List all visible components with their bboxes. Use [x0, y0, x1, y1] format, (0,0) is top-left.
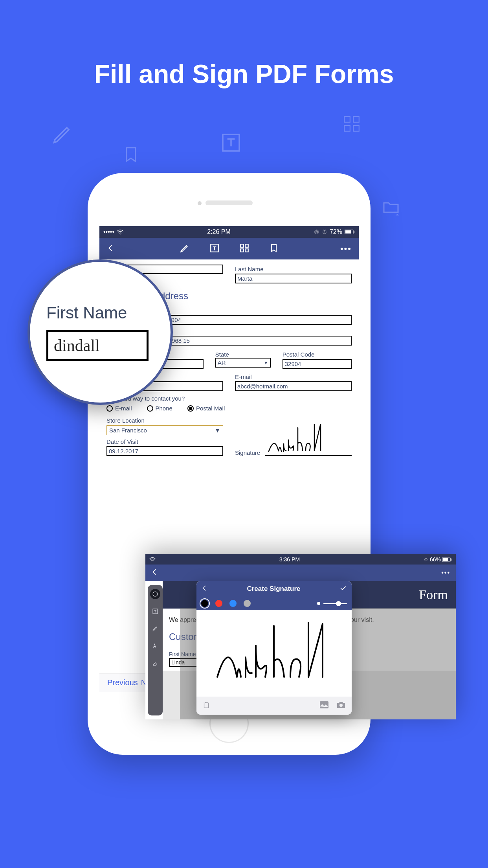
radio-email[interactable]: E-mail	[106, 405, 132, 412]
signature-label: Signature	[235, 449, 260, 456]
camera-icon[interactable]	[336, 701, 346, 710]
signal-dots: •••••	[103, 228, 114, 235]
back-button[interactable]	[106, 244, 122, 254]
tool-rail	[148, 585, 163, 715]
svg-rect-15	[245, 249, 248, 252]
overlay-battery-pct: 66%	[430, 556, 441, 563]
svg-point-5	[120, 234, 121, 235]
thickness-slider[interactable]	[317, 602, 347, 605]
color-black[interactable]	[201, 600, 208, 607]
svg-rect-22	[320, 701, 328, 708]
color-red[interactable]	[215, 600, 222, 607]
radio-phone[interactable]: Phone	[147, 405, 172, 412]
sig-panel-confirm-button[interactable]	[339, 584, 347, 594]
radio-postal[interactable]: Postal Mail	[187, 405, 225, 412]
overlay-status-bar: 3:36 PM 66%	[145, 554, 456, 565]
color-picker-bar	[196, 597, 352, 610]
rail-select-tool[interactable]	[150, 589, 160, 599]
overlay-toolbar: •••	[145, 565, 456, 581]
bookmark-bg-icon	[122, 145, 140, 164]
color-blue[interactable]	[229, 600, 237, 607]
email-field[interactable]: abcd@hotmail.com	[235, 381, 352, 391]
svg-rect-1	[344, 116, 350, 122]
rail-text-tool[interactable]	[150, 606, 160, 616]
dov-field[interactable]: 09.12.2017	[106, 446, 223, 456]
signature-glyph	[265, 424, 343, 457]
overlay-more-button[interactable]: •••	[441, 569, 450, 576]
phone-speaker	[205, 200, 253, 205]
battery-icon	[345, 230, 355, 234]
svg-point-20	[153, 592, 158, 596]
rail-pen-tool[interactable]	[150, 623, 160, 634]
store-select[interactable]: San Francisco▼	[106, 425, 223, 435]
svg-point-23	[339, 704, 343, 707]
kb-previous-button[interactable]: Previous	[107, 678, 138, 687]
rail-eraser-tool[interactable]	[150, 658, 160, 668]
magnified-label: First Name	[46, 303, 171, 322]
battery-pct: 72%	[330, 228, 342, 235]
thumbnail-grid-icon[interactable]	[239, 243, 250, 255]
app-toolbar: •••	[99, 238, 359, 259]
grid-bg-icon	[342, 114, 361, 134]
magnified-field[interactable]: dindall	[46, 330, 149, 361]
svg-rect-13	[245, 244, 248, 247]
delete-signature-button[interactable]	[202, 701, 211, 711]
state-label: State	[215, 351, 271, 358]
postal-label: Postal Code	[283, 351, 352, 358]
orientation-lock-icon	[314, 229, 319, 235]
svg-rect-12	[240, 244, 244, 247]
alarm-icon	[424, 557, 428, 562]
overlay-back-button[interactable]	[151, 568, 159, 577]
folder-bg-icon	[381, 200, 401, 215]
wifi-icon	[149, 557, 156, 562]
alarm-icon	[322, 229, 327, 235]
last-name-label: Last Name	[235, 266, 352, 272]
overlay-time: 3:36 PM	[156, 556, 424, 563]
signature-field[interactable]	[265, 425, 352, 456]
sig-panel-back-button[interactable]	[201, 585, 208, 594]
dov-label: Date of Visit	[106, 438, 223, 445]
svg-rect-19	[451, 558, 451, 561]
email-label: E-mail	[235, 373, 352, 380]
drawn-signature-glyph	[209, 622, 339, 685]
headline: Fill and Sign PDF Forms	[0, 0, 488, 89]
battery-icon	[442, 557, 452, 562]
svg-rect-9	[345, 230, 351, 234]
state-select[interactable]: AR▼	[215, 358, 271, 368]
svg-rect-14	[240, 249, 244, 252]
sig-panel-title: Create Signature	[208, 585, 339, 593]
text-tool-icon[interactable]	[209, 243, 220, 255]
signature-panel: Create Signature	[196, 581, 352, 715]
text-bg-icon	[220, 132, 242, 154]
last-name-field[interactable]: Marta	[235, 274, 352, 283]
edit-tool-icon[interactable]	[180, 243, 190, 255]
more-button[interactable]: •••	[336, 244, 352, 254]
svg-rect-10	[354, 231, 354, 233]
status-bar: ••••• 2:26 PM 72%	[99, 226, 359, 238]
store-label: Store Location	[106, 417, 223, 424]
phone-camera-dot	[198, 201, 202, 205]
magnifier-lens: First Name dindall	[28, 259, 173, 405]
svg-rect-18	[443, 558, 448, 561]
svg-point-6	[315, 230, 319, 234]
status-time: 2:26 PM	[124, 228, 314, 235]
gallery-icon[interactable]	[319, 701, 329, 710]
wifi-icon	[117, 229, 124, 235]
bookmark-tool-icon[interactable]	[269, 243, 279, 255]
rail-highlight-tool[interactable]	[150, 641, 160, 651]
svg-rect-4	[353, 125, 359, 131]
overlay-device: 3:36 PM 66% ••• Form We appreciate e dur…	[145, 554, 456, 719]
contact-pref-label: Preferred way to contact you?	[106, 395, 352, 402]
signature-canvas[interactable]	[196, 610, 352, 697]
postal-field[interactable]: 32904	[283, 359, 352, 369]
svg-rect-2	[353, 116, 359, 122]
color-gray[interactable]	[244, 600, 251, 607]
svg-rect-3	[344, 125, 350, 131]
pencil-bg-icon	[51, 122, 75, 145]
